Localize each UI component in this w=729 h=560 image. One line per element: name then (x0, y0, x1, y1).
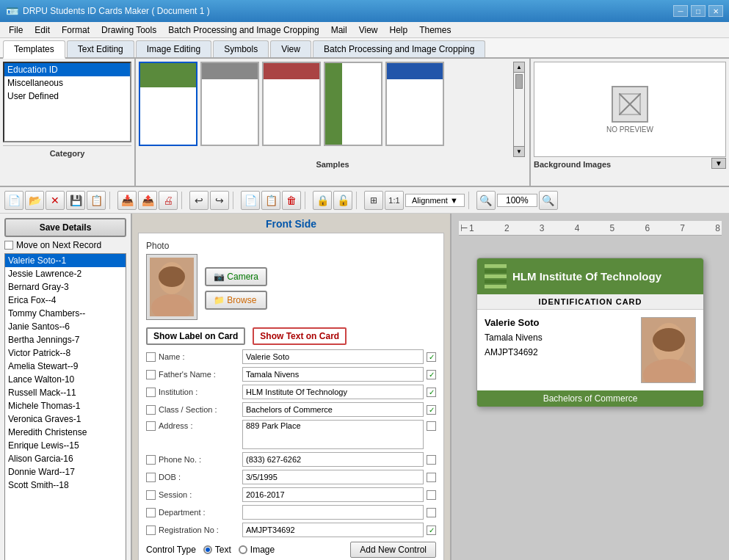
name-item-8[interactable]: Amelia Stewart--9 (5, 360, 126, 373)
category-list[interactable]: Education ID Miscellaneous User Defined (3, 62, 131, 142)
radio-text-btn[interactable] (203, 545, 212, 554)
field-check-class[interactable] (146, 405, 156, 415)
sample-4[interactable] (324, 62, 382, 146)
field-check-father[interactable] (146, 370, 156, 379)
name-item-15[interactable]: Alison Garcia-16 (5, 452, 126, 465)
field-input-session[interactable] (242, 487, 424, 502)
name-item-2[interactable]: Bernard Gray-3 (5, 280, 126, 294)
field-checked-dept[interactable] (427, 508, 436, 517)
tab-text-editing[interactable]: Text Editing (67, 40, 134, 57)
tab-templates[interactable]: Templates (3, 40, 65, 59)
category-misc[interactable]: Miscellaneous (4, 76, 130, 90)
open-btn[interactable]: 📂 (25, 191, 44, 210)
field-checked-institution[interactable]: ✓ (427, 388, 436, 397)
category-education[interactable]: Education ID (4, 63, 130, 76)
name-item-3[interactable]: Erica Fox--4 (5, 294, 126, 307)
field-checked-dob[interactable] (427, 473, 436, 482)
tab-view[interactable]: View (270, 40, 311, 57)
name-item-16[interactable]: Donnie Ward--17 (5, 465, 126, 479)
name-item-11[interactable]: Michele Thomas-1 (5, 399, 126, 412)
close-button[interactable]: ✕ (708, 5, 723, 17)
save-btn[interactable]: 💾 (66, 191, 85, 210)
paste-btn[interactable]: 📋 (261, 191, 280, 210)
scroll-up-btn[interactable]: ▲ (514, 62, 524, 73)
field-check-dob[interactable] (146, 473, 156, 482)
camera-button[interactable]: 📷 Camera (205, 267, 267, 286)
tab-batch[interactable]: Batch Processing and Image Cropping (313, 40, 485, 57)
new-btn[interactable]: 📄 (4, 191, 23, 210)
name-list[interactable]: Valerie Soto--1 Jessie Lawrence-2 Bernar… (4, 253, 126, 560)
menu-file[interactable]: File (3, 23, 29, 37)
zoom-out-btn[interactable]: 🔍 (539, 191, 558, 210)
print-btn[interactable]: 🖨 (159, 191, 178, 210)
field-input-dob[interactable] (242, 470, 424, 484)
name-item-14[interactable]: Enrique Lewis--15 (5, 439, 126, 452)
field-checked-session[interactable] (427, 490, 436, 500)
field-check-dept[interactable] (146, 508, 156, 517)
zoom-in-btn[interactable]: 🔍 (476, 191, 496, 210)
maximize-button[interactable]: □ (691, 5, 706, 17)
close-btn[interactable]: ✕ (46, 191, 65, 210)
menu-themes[interactable]: Themes (413, 23, 457, 37)
name-item-12[interactable]: Veronica Graves-1 (5, 412, 126, 426)
move-next-checkbox[interactable] (4, 241, 13, 250)
show-text-button[interactable]: Show Text on Card (253, 327, 347, 345)
field-input-name[interactable] (242, 349, 424, 364)
redo-btn[interactable]: ↪ (210, 191, 229, 210)
menu-mail[interactable]: Mail (325, 23, 353, 37)
radio-image-btn[interactable] (239, 545, 247, 554)
field-input-dept[interactable] (242, 505, 424, 520)
name-item-4[interactable]: Tommy Chambers-- (5, 307, 126, 320)
zoom-level[interactable]: 100% (497, 194, 537, 207)
scroll-down-btn[interactable]: ▼ (514, 146, 524, 156)
name-item-1[interactable]: Jessie Lawrence-2 (5, 267, 126, 280)
unlock-btn[interactable]: 🔓 (333, 191, 352, 210)
field-input-reg[interactable] (242, 523, 424, 537)
field-checked-phone[interactable] (427, 455, 436, 465)
minimize-button[interactable]: ─ (673, 5, 688, 17)
sample-3[interactable] (262, 62, 321, 146)
menu-help[interactable]: Help (383, 23, 413, 37)
field-checked-father[interactable]: ✓ (427, 370, 436, 379)
name-item-6[interactable]: Bertha Jennings-7 (5, 333, 126, 346)
field-check-reg[interactable] (146, 526, 156, 535)
sample-5[interactable] (385, 62, 444, 146)
field-checked-class[interactable]: ✓ (427, 405, 436, 415)
sample-1[interactable] (139, 62, 197, 146)
field-checked-reg[interactable]: ✓ (427, 526, 436, 535)
undo-btn[interactable]: ↩ (189, 191, 208, 210)
alignment-dropdown[interactable]: Alignment ▼ (405, 194, 465, 207)
field-check-institution[interactable] (146, 388, 156, 397)
name-item-10[interactable]: Russell Mack--11 (5, 386, 126, 399)
name-item-5[interactable]: Janie Santos--6 (5, 320, 126, 333)
field-check-phone[interactable] (146, 455, 156, 465)
menu-edit[interactable]: Edit (29, 23, 56, 37)
field-check-address[interactable] (146, 421, 156, 431)
import-btn[interactable]: 📥 (117, 191, 137, 210)
field-check-session[interactable] (146, 490, 156, 500)
grid-btn[interactable]: ⊞ (364, 191, 383, 210)
field-input-address[interactable]: 889 Park Place (242, 420, 424, 449)
field-input-phone[interactable] (242, 452, 424, 467)
field-input-father[interactable] (242, 367, 424, 382)
size-btn[interactable]: 1:1 (385, 191, 404, 210)
browse-button[interactable]: 📁 Browse (205, 291, 267, 310)
tab-symbols[interactable]: Symbols (213, 40, 269, 57)
name-item-0[interactable]: Valerie Soto--1 (5, 254, 126, 267)
sample-2[interactable] (200, 62, 259, 146)
save-details-button[interactable]: Save Details (4, 218, 126, 237)
name-item-7[interactable]: Victor Patrick--8 (5, 346, 126, 360)
menu-batch[interactable]: Batch Processing and Image Cropping (162, 23, 324, 37)
bg-dropdown-btn[interactable]: ▼ (711, 158, 726, 169)
field-checked-name[interactable]: ✓ (427, 352, 436, 362)
scroll-thumb[interactable] (515, 74, 523, 89)
menu-format[interactable]: Format (56, 23, 95, 37)
samples-scrollbar[interactable]: ▲ ▼ (513, 62, 525, 157)
tab-image-editing[interactable]: Image Editing (136, 40, 211, 57)
name-item-13[interactable]: Meredith Christense (5, 426, 126, 439)
copy2-btn[interactable]: 📄 (241, 191, 260, 210)
save-as-btn[interactable]: 📋 (87, 191, 106, 210)
field-check-name[interactable] (146, 352, 156, 362)
name-item-17[interactable]: Scott Smith--18 (5, 479, 126, 492)
lock-btn[interactable]: 🔒 (313, 191, 332, 210)
